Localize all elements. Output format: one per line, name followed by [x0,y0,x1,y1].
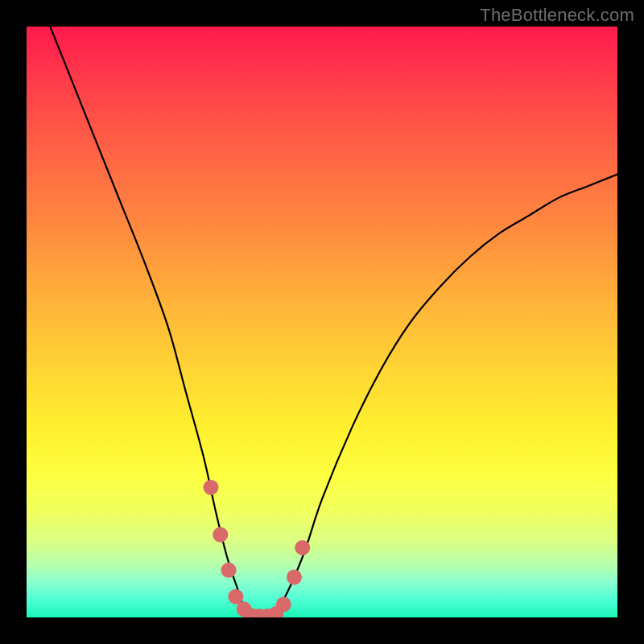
highlight-dot [213,527,228,543]
highlight-dots [204,480,311,617]
highlight-dot [276,597,291,612]
chart-frame: TheBottleneck.com [0,0,644,644]
watermark-text: TheBottleneck.com [480,5,634,26]
highlight-dot [221,563,237,578]
plot-area [27,27,617,617]
chart-svg [27,27,617,617]
highlight-dot [204,480,219,495]
highlight-dot [287,570,302,585]
highlight-dot [295,540,310,555]
bottleneck-curve [50,27,617,617]
